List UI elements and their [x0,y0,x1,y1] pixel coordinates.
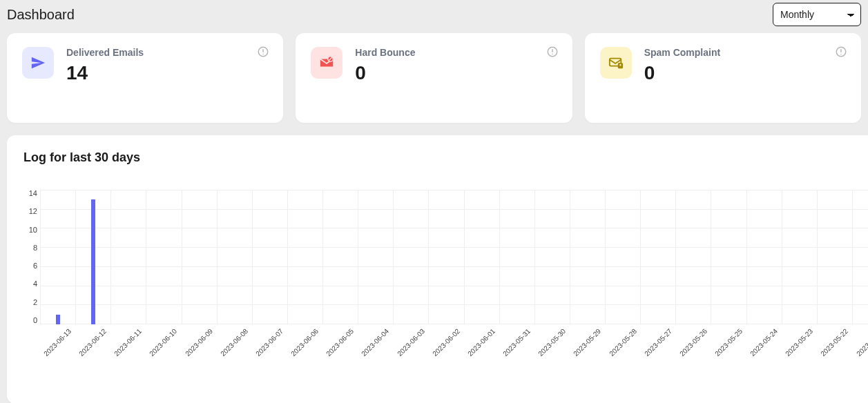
svg-point-2 [263,54,264,55]
x-tick: 2023-05-23 [784,327,815,357]
bar-slot [746,190,782,324]
y-tick: 0 [23,317,37,324]
x-tick: 2023-06-06 [289,327,320,357]
bar-delivered [56,315,60,324]
bar-slot [182,190,217,324]
x-tick: 2023-06-09 [184,327,214,357]
bar-slot [464,190,499,324]
bar-slot [641,190,676,324]
y-tick: 4 [23,280,37,288]
x-tick: 2023-06-04 [360,327,391,357]
svg-point-7 [552,54,553,55]
metric-value: 0 [644,62,720,84]
x-tick: 2023-06-07 [254,327,284,357]
x-tick: 2023-05-28 [608,327,638,357]
x-tick: 2023-06-10 [148,327,179,357]
bar-slot [252,190,287,324]
x-tick: 2023-06-03 [396,327,426,357]
bar-slot [75,190,110,324]
bar-slot [287,190,322,324]
bar-slot [534,190,570,324]
x-tick: 2023-06-05 [325,327,355,357]
bar-slot [606,190,641,324]
x-tick: 2023-06-01 [466,327,496,357]
bar-slot [322,190,358,324]
x-tick: 2023-05-26 [678,327,708,357]
bar-slot [711,190,746,324]
x-tick: 2023-06-08 [219,327,249,357]
period-select[interactable]: Monthly [773,3,861,26]
page-title: Dashboard [7,7,75,23]
bar-slot [782,190,817,324]
y-tick: 2 [23,299,37,306]
bar-delivered [91,199,95,324]
info-icon[interactable] [835,46,847,61]
x-tick: 2023-05-24 [749,327,779,357]
y-tick: 10 [23,226,37,234]
bar-slot [394,190,429,324]
bar-chart: Delivered Bounced 14121086420 2023-06-13… [23,175,868,389]
x-tick: 2023-05-21 [855,327,868,357]
x-tick: 2023-05-29 [572,327,603,357]
bar-slot [40,190,75,324]
metric-label: Spam Complaint [644,47,720,58]
bar-slot [853,190,868,324]
bar-slot [499,190,534,324]
metric-value: 0 [355,62,415,84]
y-tick: 6 [23,262,37,270]
svg-point-11 [619,67,620,68]
log-panel: Log for last 30 days Delivered Bounced 1… [7,135,868,403]
metric-card-spam: Spam Complaint 0 [585,33,861,123]
svg-point-14 [840,54,842,55]
metric-label: Hard Bounce [355,47,415,58]
bar-slot [429,190,464,324]
bar-slot [146,190,181,324]
x-tick: 2023-06-12 [77,327,108,357]
bounce-mail-icon [311,47,343,79]
bar-slot [817,190,852,324]
spam-mail-icon [600,47,632,79]
info-icon[interactable] [546,46,559,61]
x-tick: 2023-06-02 [431,327,461,357]
x-tick: 2023-06-11 [113,327,144,357]
y-tick: 12 [23,208,37,215]
metric-card-delivered: Delivered Emails 14 [7,33,283,123]
bar-slot [110,190,146,324]
metric-value: 14 [66,62,144,84]
paper-plane-icon [22,47,54,79]
bar-slot [676,190,711,324]
y-tick: 14 [23,190,37,197]
x-tick: 2023-05-27 [643,327,673,357]
y-tick: 8 [23,244,37,252]
x-tick: 2023-05-25 [713,327,744,357]
metric-label: Delivered Emails [66,47,144,58]
info-icon[interactable] [257,46,269,61]
panel-title: Log for last 30 days [23,150,868,165]
bar-slot [217,190,252,324]
x-tick: 2023-05-30 [537,327,567,357]
bar-slot [570,190,605,324]
x-tick: 2023-06-13 [42,327,73,357]
x-tick: 2023-05-31 [501,327,532,357]
metric-card-bounce: Hard Bounce 0 [296,33,572,123]
bar-slot [358,190,393,324]
x-tick: 2023-05-22 [820,327,850,357]
